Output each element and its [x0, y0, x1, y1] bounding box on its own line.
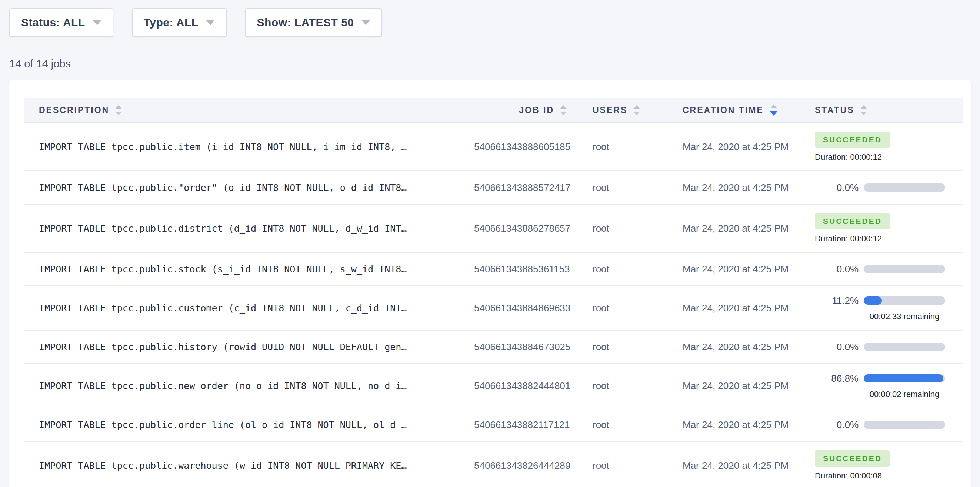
progress-bar	[864, 374, 945, 383]
progress-remaining: 00:02:33 remaining	[864, 312, 945, 321]
job-description: IMPORT TABLE tpcc.public."order" (o_id I…	[24, 182, 474, 193]
job-id: 540661343884869633	[474, 302, 578, 314]
show-filter-label: Show: LATEST 50	[257, 16, 354, 29]
job-status: 0.0%	[800, 341, 963, 353]
job-user: root	[578, 380, 667, 392]
status-progress: 0.0%	[815, 419, 963, 431]
filter-bar: Status: ALL Type: ALL Show: LATEST 50	[9, 8, 971, 37]
table-body: IMPORT TABLE tpcc.public.item (i_id INT8…	[24, 123, 963, 487]
job-description: IMPORT TABLE tpcc.public.history (rowid …	[24, 342, 474, 353]
table-row: IMPORT TABLE tpcc.public.order_line (ol_…	[24, 409, 963, 442]
status-filter-dropdown[interactable]: Status: ALL	[9, 8, 113, 37]
column-header-job-id[interactable]: JOB ID	[474, 105, 578, 115]
jobs-table-card: DESCRIPTION JOB ID USERS CREATION TIME S…	[9, 80, 971, 487]
job-id: 540661343886278657	[474, 223, 578, 234]
column-header-label: USERS	[593, 105, 627, 115]
job-description: IMPORT TABLE tpcc.public.customer (c_id …	[24, 303, 474, 313]
status-progress: 0.0%	[815, 182, 963, 193]
job-status: 11.2% 00:02:33 remaining	[800, 295, 963, 321]
job-description: IMPORT TABLE tpcc.public.item (i_id INT8…	[24, 142, 474, 152]
job-creation-time: Mar 24, 2020 at 4:25 PM	[667, 141, 800, 153]
status-progress: 0.0%	[815, 341, 963, 353]
jobs-count: 14 of 14 jobs	[9, 58, 971, 70]
job-status: 0.0%	[800, 182, 963, 193]
column-header-label: CREATION TIME	[682, 105, 764, 115]
job-user: root	[578, 182, 667, 193]
job-creation-time: Mar 24, 2020 at 4:25 PM	[667, 223, 800, 234]
job-id: 540661343882444801	[474, 380, 578, 392]
job-description: IMPORT TABLE tpcc.public.order_line (ol_…	[24, 420, 474, 430]
chevron-down-icon	[361, 20, 371, 25]
table-header-row: DESCRIPTION JOB ID USERS CREATION TIME S…	[24, 98, 963, 123]
job-user: root	[578, 460, 667, 471]
sort-arrows-icon-active[interactable]	[770, 104, 778, 116]
status-badge: SUCCEEDED	[815, 132, 890, 148]
job-status: SUCCEEDED Duration: 00:00:12	[800, 213, 963, 244]
job-description: IMPORT TABLE tpcc.public.warehouse (w_id…	[24, 460, 474, 471]
job-creation-time: Mar 24, 2020 at 4:25 PM	[667, 341, 800, 353]
progress-bar	[864, 265, 945, 273]
sort-arrows-icon[interactable]	[633, 105, 640, 115]
job-creation-time: Mar 24, 2020 at 4:25 PM	[667, 302, 800, 314]
job-description: IMPORT TABLE tpcc.public.new_order (no_o…	[24, 381, 474, 391]
status-duration: Duration: 00:00:12	[815, 152, 963, 162]
status-badge: SUCCEEDED	[815, 213, 890, 230]
sort-arrows-icon[interactable]	[115, 105, 122, 115]
table-row: IMPORT TABLE tpcc.public."order" (o_id I…	[24, 171, 963, 204]
status-progress: 86.8% 00:00:02 remaining	[815, 373, 963, 399]
chevron-down-icon	[92, 20, 102, 25]
progress-percent: 0.0%	[815, 182, 859, 193]
progress-percent: 0.0%	[815, 419, 859, 431]
progress-bar-fill	[864, 374, 943, 383]
job-status: 0.0%	[800, 263, 963, 275]
status-progress: 0.0%	[815, 263, 963, 275]
column-header-users[interactable]: USERS	[578, 105, 667, 115]
job-description: IMPORT TABLE tpcc.public.district (d_id …	[24, 223, 474, 234]
table-row: IMPORT TABLE tpcc.public.item (i_id INT8…	[24, 123, 963, 171]
progress-percent: 0.0%	[815, 341, 859, 353]
job-creation-time: Mar 24, 2020 at 4:25 PM	[667, 263, 800, 275]
job-status: SUCCEEDED Duration: 00:00:08	[800, 450, 963, 481]
sort-arrows-icon[interactable]	[861, 105, 867, 115]
table-row: IMPORT TABLE tpcc.public.customer (c_id …	[24, 286, 963, 331]
status-duration: Duration: 00:00:12	[815, 234, 963, 244]
job-status: 86.8% 00:00:02 remaining	[800, 373, 963, 399]
job-creation-time: Mar 24, 2020 at 4:25 PM	[667, 419, 800, 431]
status-succeeded: SUCCEEDED Duration: 00:00:12	[815, 132, 963, 162]
type-filter-dropdown[interactable]: Type: ALL	[132, 8, 227, 37]
job-creation-time: Mar 24, 2020 at 4:25 PM	[667, 380, 800, 392]
progress-percent: 0.0%	[815, 263, 859, 275]
job-creation-time: Mar 24, 2020 at 4:25 PM	[667, 182, 800, 193]
status-duration: Duration: 00:00:08	[815, 471, 963, 481]
job-creation-time: Mar 24, 2020 at 4:25 PM	[667, 460, 800, 471]
status-badge: SUCCEEDED	[815, 450, 890, 466]
job-status: 0.0%	[800, 419, 963, 431]
column-header-label: DESCRIPTION	[39, 105, 109, 115]
status-succeeded: SUCCEEDED Duration: 00:00:12	[815, 213, 963, 244]
progress-bar	[864, 297, 945, 305]
column-header-creation-time[interactable]: CREATION TIME	[667, 104, 800, 116]
column-header-description[interactable]: DESCRIPTION	[24, 105, 474, 115]
job-user: root	[578, 223, 667, 234]
table-row: IMPORT TABLE tpcc.public.warehouse (w_id…	[24, 442, 963, 487]
table-row: IMPORT TABLE tpcc.public.new_order (no_o…	[24, 364, 963, 409]
job-id: 540661343826444289	[474, 460, 578, 471]
table-row: IMPORT TABLE tpcc.public.history (rowid …	[24, 331, 963, 364]
progress-percent: 86.8%	[815, 373, 859, 384]
progress-percent: 11.2%	[815, 295, 859, 307]
job-id: 540661343882117121	[474, 419, 578, 431]
job-status: SUCCEEDED Duration: 00:00:12	[800, 132, 963, 162]
column-header-status[interactable]: STATUS	[800, 105, 963, 115]
job-user: root	[578, 141, 667, 153]
job-id: 540661343888605185	[474, 141, 578, 153]
column-header-label: JOB ID	[519, 105, 554, 115]
sort-arrows-icon[interactable]	[560, 105, 567, 115]
progress-bar	[864, 421, 945, 429]
status-filter-label: Status: ALL	[21, 16, 85, 29]
progress-bar-fill	[864, 297, 882, 305]
show-filter-dropdown[interactable]: Show: LATEST 50	[245, 8, 382, 37]
status-progress: 11.2% 00:02:33 remaining	[815, 295, 963, 321]
job-user: root	[578, 419, 667, 431]
job-user: root	[578, 341, 667, 353]
job-user: root	[578, 263, 667, 275]
